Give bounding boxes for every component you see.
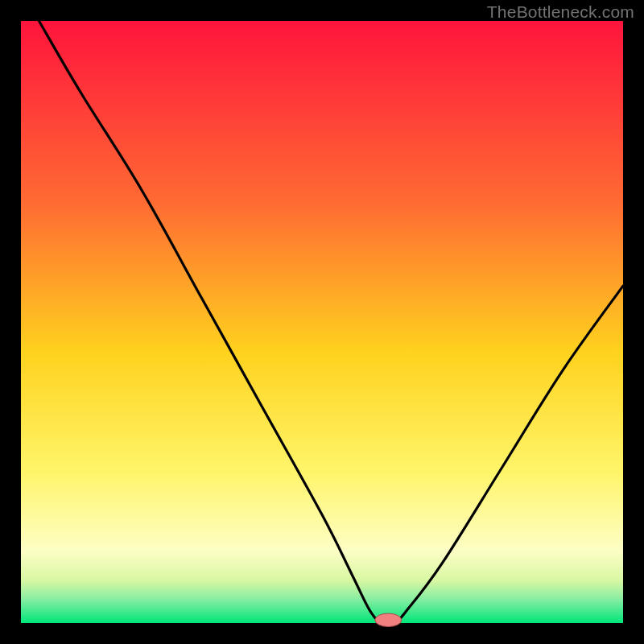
chart-canvas: [0, 0, 644, 644]
bottleneck-chart: TheBottleneck.com: [0, 0, 644, 644]
svg-rect-1: [21, 21, 623, 623]
svg-point-2: [375, 613, 402, 626]
